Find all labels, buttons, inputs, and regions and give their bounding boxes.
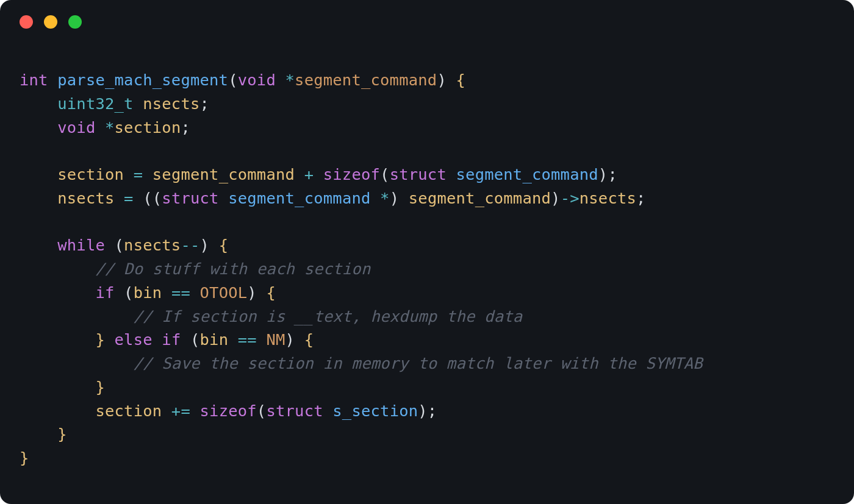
- op-eqeq: ==: [238, 330, 257, 349]
- const-nm: NM: [266, 330, 285, 349]
- var-section: section: [115, 118, 181, 137]
- param-segment_command: segment_command: [295, 71, 437, 89]
- lparen: (: [143, 189, 152, 207]
- lbrace: {: [219, 236, 229, 254]
- minimize-icon[interactable]: [44, 15, 57, 29]
- star: *: [285, 71, 295, 89]
- type-s_section: s_section: [332, 402, 418, 420]
- rparen: ): [285, 330, 295, 349]
- code-window: int parse_mach_segment(void *segment_com…: [0, 0, 854, 504]
- semi: ;: [636, 189, 646, 207]
- op-eq: =: [124, 189, 134, 207]
- op-decrement: --: [181, 236, 199, 254]
- rparen: ): [418, 402, 428, 420]
- op-eq: =: [134, 165, 143, 183]
- comment: // Save the section in memory to match l…: [134, 354, 703, 372]
- op-arrow: ->: [561, 189, 580, 207]
- rbrace: }: [95, 330, 105, 349]
- rbrace: }: [57, 425, 67, 443]
- rbrace: }: [20, 449, 29, 467]
- lparen: (: [380, 165, 390, 183]
- titlebar: [0, 0, 854, 44]
- keyword-else: else: [115, 330, 152, 349]
- var-bin: bin: [134, 283, 162, 302]
- rparen: ): [200, 236, 210, 254]
- rparen: ): [598, 165, 608, 183]
- lparen: (: [115, 236, 124, 254]
- var-segment_command: segment_command: [152, 165, 295, 183]
- var-nsects: nsects: [124, 236, 181, 254]
- type-segment_command: segment_command: [456, 165, 598, 183]
- type-segment_command: segment_command: [228, 189, 370, 207]
- const-otool: OTOOL: [200, 283, 248, 302]
- keyword-sizeof: sizeof: [200, 402, 257, 420]
- rbrace: }: [95, 378, 105, 396]
- keyword-if: if: [162, 330, 181, 349]
- keyword-if: if: [95, 283, 114, 302]
- lparen: (: [190, 330, 200, 349]
- lparen: (: [228, 71, 238, 89]
- rparen: ): [551, 189, 561, 207]
- comment: // If section is __text, hexdump the dat…: [134, 307, 523, 325]
- var-segment_command: segment_command: [409, 189, 551, 207]
- keyword-struct: struct: [390, 165, 447, 183]
- rparen: ): [437, 71, 447, 89]
- lbrace: {: [456, 71, 466, 89]
- rparen: ): [247, 283, 257, 302]
- semi: ;: [181, 118, 190, 137]
- star: *: [380, 189, 390, 207]
- keyword-sizeof: sizeof: [323, 165, 380, 183]
- code-block: int parse_mach_segment(void *segment_com…: [0, 44, 854, 489]
- lparen: (: [257, 402, 267, 420]
- rparen: ): [390, 189, 400, 207]
- keyword-struct: struct: [162, 189, 218, 207]
- lparen: (: [124, 283, 134, 302]
- close-icon[interactable]: [20, 15, 33, 29]
- op-plus: +: [304, 165, 314, 183]
- lparen: (: [152, 189, 162, 207]
- var-section: section: [95, 402, 162, 420]
- op-pluseq: +=: [171, 402, 190, 420]
- member-nsects: nsects: [580, 189, 636, 207]
- var-nsects: nsects: [143, 94, 199, 113]
- var-section: section: [57, 165, 124, 183]
- semi: ;: [428, 402, 437, 420]
- op-eqeq: ==: [171, 283, 190, 302]
- keyword-while: while: [57, 236, 105, 254]
- var-nsects: nsects: [57, 189, 114, 207]
- var-bin: bin: [200, 330, 229, 349]
- type-uint32_t: uint32_t: [57, 94, 133, 113]
- keyword-int: int: [20, 71, 48, 89]
- semi: ;: [200, 94, 210, 113]
- semi: ;: [608, 165, 617, 183]
- keyword-void: void: [57, 118, 95, 137]
- zoom-icon[interactable]: [68, 15, 82, 29]
- function-name: parse_mach_segment: [57, 71, 228, 89]
- lbrace: {: [304, 330, 314, 349]
- lbrace: {: [266, 283, 276, 302]
- keyword-struct: struct: [266, 402, 323, 420]
- star: *: [105, 118, 115, 137]
- keyword-void: void: [238, 71, 276, 89]
- comment: // Do stuff with each section: [95, 260, 370, 278]
